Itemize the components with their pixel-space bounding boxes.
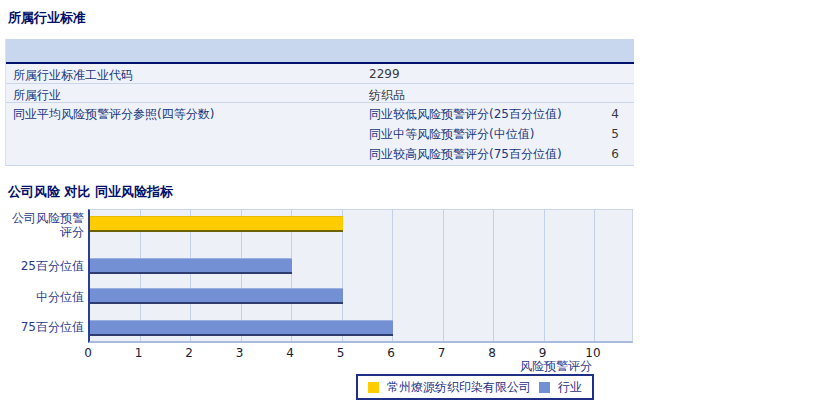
- category-label: 中分位值: [6, 290, 84, 304]
- peer-reference-item: 同业较高风险预警评分(75百分位值)6: [369, 146, 619, 166]
- category-label: 75百分位值: [6, 320, 84, 334]
- peer-reference-value: 5: [611, 126, 619, 146]
- table-row: 所属行业标准工业代码 2299: [6, 64, 634, 84]
- row-value-industry-code: 2299: [369, 64, 400, 83]
- gridline: [443, 210, 444, 341]
- tick-label: 4: [279, 346, 301, 360]
- tick-label: 0: [77, 346, 99, 360]
- peer-reference-value: 6: [611, 146, 619, 166]
- plot-area: [88, 209, 633, 343]
- table-header-band: [6, 39, 634, 64]
- gridline: [594, 210, 595, 341]
- legend-label-company: 常州燎源纺织印染有限公司: [387, 379, 531, 396]
- row-label-peer-reference: 同业平均风险预警评分参照(四等分数): [6, 103, 369, 123]
- section-title-risk-comparison: 公司风险 对比 同业风险指标: [8, 183, 173, 201]
- industry-bar: [90, 288, 343, 304]
- industry-standard-table: 所属行业标准工业代码 2299 所属行业 纺织品 同业平均风险预警评分参照(四等…: [5, 39, 634, 166]
- x-axis-title: 风险预警评分: [480, 358, 592, 375]
- company-bar: [90, 216, 343, 232]
- peer-reference-item: 同业中等风险预警评分(中位值)5: [369, 126, 619, 146]
- industry-legend-swatch-icon: [539, 382, 550, 393]
- row-value-industry: 纺织品: [369, 84, 405, 102]
- company-legend-swatch-icon: [368, 382, 379, 393]
- table-row: 所属行业 纺织品: [6, 84, 634, 103]
- section-title-industry-standard: 所属行业标准: [8, 9, 86, 27]
- peer-reference-label: 同业较高风险预警评分(75百分位值): [369, 146, 562, 166]
- tick-label: 6: [380, 346, 402, 360]
- peer-reference-items: 同业较低风险预警评分(25百分位值)4同业中等风险预警评分(中位值)5同业较高风…: [369, 103, 619, 166]
- industry-bar: [90, 320, 393, 336]
- peer-reference-label: 同业较低风险预警评分(25百分位值): [369, 106, 562, 126]
- chart-legend: 常州燎源纺织印染有限公司 行业: [356, 374, 594, 400]
- peer-reference-value: 4: [611, 106, 619, 126]
- tick-label: 1: [128, 346, 150, 360]
- category-label: 公司风险预警评分: [6, 211, 84, 239]
- gridline: [493, 210, 494, 341]
- peer-reference-label: 同业中等风险预警评分(中位值): [369, 126, 534, 146]
- peer-reference-item: 同业较低风险预警评分(25百分位值)4: [369, 106, 619, 126]
- legend-label-industry: 行业: [558, 379, 582, 396]
- tick-label: 5: [330, 346, 352, 360]
- gridline: [544, 210, 545, 341]
- category-label: 25百分位值: [6, 259, 84, 273]
- row-label-industry: 所属行业: [6, 84, 369, 102]
- table-row: 同业平均风险预警评分参照(四等分数) 同业较低风险预警评分(25百分位值)4同业…: [6, 103, 634, 166]
- row-label-industry-code: 所属行业标准工业代码: [6, 64, 369, 83]
- tick-label: 3: [229, 346, 251, 360]
- tick-label: 7: [431, 346, 453, 360]
- tick-label: 2: [178, 346, 200, 360]
- risk-comparison-bar-chart: 公司风险预警评分25百分位值中分位值75百分位值 012345678910 风险…: [0, 200, 700, 413]
- industry-bar: [90, 258, 292, 274]
